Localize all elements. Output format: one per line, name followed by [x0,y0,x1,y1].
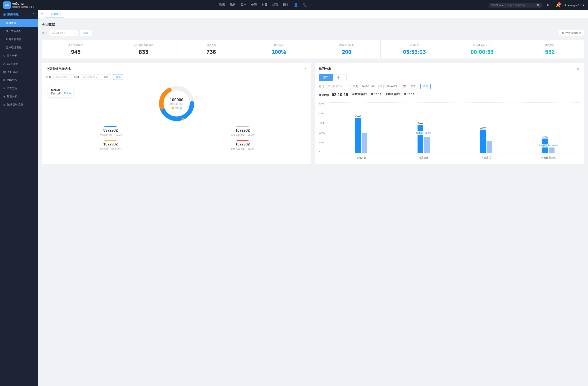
donut-stats: 8972932 已完成量（元）| 70.9% 1072932 未完成量（元）| … [46,126,307,150]
y-label-0: 0 [319,151,329,154]
date-sep: 至 [380,85,382,88]
y-label-40000: 40000 [319,112,329,115]
sidebar-visitor[interactable]: ☿访客分析 [0,76,38,84]
comm-dept-label: 部门 [319,85,324,88]
sidebar-sales[interactable]: ◈销售分析 [0,92,38,101]
settings-button[interactable]: ⚙ 设置显示指标 [559,30,584,36]
sidebar-channel[interactable]: ⑂渠道分析 [0,84,38,92]
grid-line-3 [330,133,580,133]
stat-label-5: 通话时长 [383,44,446,47]
tab-bar: ≡ 公司看板 × [38,10,588,18]
comm-query-button[interactable]: 查询 [420,84,431,89]
user-area[interactable]: manager11 ▼ [565,4,585,7]
bar-group-2: 接通率：70.9% 35000 . [392,122,455,153]
comm-dept-select[interactable]: 请选择部门 ▾ [326,84,351,89]
stat-deals: 成交单数 552 [516,40,584,58]
y-axis: 50000 40000 30000 20000 10000 0 [319,102,329,154]
bar-2a [418,125,423,153]
stat-label-3: 拨打次数 [248,44,310,47]
donut-center: 100000 目标总量（元） 👍 已达成 [169,97,184,110]
today-query-button[interactable]: 查询 [80,30,92,36]
stat-today-first: 今日首咨客户 948 [42,40,110,58]
bar-4b [549,147,554,153]
goal-refresh-icon[interactable]: ⟳ [305,68,307,71]
nav-item-enroll[interactable]: 报名 [283,2,289,8]
hamburger-icon[interactable]: ≡ [41,12,43,16]
dept-select[interactable]: 请选择部门 ▾ [49,30,78,36]
sidebar-cost[interactable]: ◷成本分析 [0,60,38,68]
y-label-10000: 10000 [319,141,329,144]
monitor-icon[interactable]: 🖥 [545,2,551,8]
incomplete-bar [236,126,249,127]
donut-stat-completed: 8972932 已完成量（元）| 70.9% [46,126,175,136]
calendar-icon[interactable]: 📅 [403,85,406,88]
stat-label-7: 成交单数 [518,44,581,47]
eff-rate-label: 有效接通率：70.9% [538,144,559,148]
main-content: ≡ 公司看板 × 今日数据 部门 请选择部门 ▾ 查询 ⚙ 设置显示指标 [38,10,588,386]
nav-item-finance[interactable]: 财务 [262,2,268,8]
comm-stats-summary: 通话时长 02:10:19 有效通话时长 02:10:19 平均通话时长 02:… [319,92,580,97]
stat-value-1: 833 [112,49,175,55]
nav-icon-person[interactable]: 👤 [294,2,298,8]
grid-line-1 [330,113,580,113]
nav-item-leads[interactable]: 线索 [230,2,236,8]
username: manager11 [567,4,581,7]
nav-item-data[interactable]: 数据 [219,2,225,8]
goal-panel-title: 公司业绩目标达成 [46,67,71,71]
sidebar-promo[interactable]: ◫推广分析 [0,68,38,76]
date-range: 至 📅 [360,84,406,89]
avg-help-icon: ⓘ [489,44,491,47]
bar-group-4: 有效接通率：70.9% 18000 . [517,136,580,153]
donut-stat-should: 1072932 应完成量（元）| 8.9% [46,140,175,150]
stats-row: 今日首咨客户 948 今日有效首咨客户 833 回访人数 736 拨打次数 10… [42,40,584,59]
notification-icon[interactable]: 🔔 5 [555,2,561,8]
nav-item-pool[interactable]: 公海 [251,2,257,8]
sidebar-item-promo-mgr[interactable]: 推广主管看板 [0,27,38,35]
target-select[interactable]: 请选择目标 ▾ [54,74,71,80]
date-to-input[interactable] [383,84,402,89]
eff-call-time: 有效通话时长 02:10:19 [352,92,381,97]
comm-reset-button[interactable]: 重置 [408,84,418,89]
bar-1b-wrap: . [362,130,367,153]
stat-value-6: 00:00:33 [451,49,513,55]
bar-chart-area: 50000 40000 30000 20000 10000 0 [319,100,580,159]
sidebar-header: ⊞ 数据看板 ⌃ [0,10,38,19]
bar-group-3: 29000 . [455,127,517,153]
search-type-select[interactable]: 手机号码 [490,3,504,7]
goal-reset-button[interactable]: 重置 [101,74,111,80]
goal-query-button[interactable]: 查询 [113,74,123,80]
sidebar-title: ⊞ 数据看板 [3,13,19,16]
nav-item-ops[interactable]: 运营 [272,2,278,8]
bar-group-1: 43000 . [330,115,393,153]
period-select[interactable]: 请选择周期 ▾ [81,74,99,80]
bar-2b-wrap: . [424,134,430,153]
search-icon[interactable]: 🔍 [537,3,540,7]
sidebar-data-flow[interactable]: ⊛数据流转记录 [0,101,38,109]
sales-icon: ◈ [3,95,5,98]
company-board-tab[interactable]: 公司看板 × [45,11,64,18]
stat-value-2: 736 [180,49,243,55]
nav-item-customers[interactable]: 客户 [240,2,246,8]
comm-tab-buttons: 部门 个人 [319,74,580,81]
sidebar-funnel[interactable]: ▽漏斗分析 [0,52,38,60]
comm-refresh-icon[interactable]: ⟳ [577,68,580,71]
search-input[interactable] [507,4,535,7]
goal-filter-row: 目标 请选择目标 ▾ 周期 请选择周期 ▾ 重置 查询 [46,74,307,80]
dept-filter-label: 部门 [42,31,47,35]
sidebar-item-sales-mgr[interactable]: 销售主管看板 [0,35,38,43]
tab-close-icon[interactable]: × [60,13,62,16]
bar-3a-label: 29000 [480,127,486,129]
nav-icon-phone[interactable]: 📞 [303,2,308,8]
bar-3b [486,141,492,153]
bar-2b [424,137,430,153]
search-box: 手机号码 🔍 [489,3,542,8]
sidebar-item-company-board[interactable]: 公司看板 [0,19,38,27]
bar-1a-label: 43000 [355,115,361,117]
cost-icon: ◷ [3,62,5,65]
sidebar-collapse-icon[interactable]: ⌃ [32,13,35,16]
sidebar-item-customer-mgr[interactable]: 客户经理看板 [0,43,38,52]
dept-tab-btn[interactable]: 部门 [319,74,333,81]
date-from-input[interactable] [360,84,378,89]
goal-panel: 公司业绩目标达成 ⟳ 目标 请选择目标 ▾ 周期 请选择周期 ▾ 重置 查询 [42,63,311,164]
personal-tab-btn[interactable]: 个人 [333,74,347,81]
